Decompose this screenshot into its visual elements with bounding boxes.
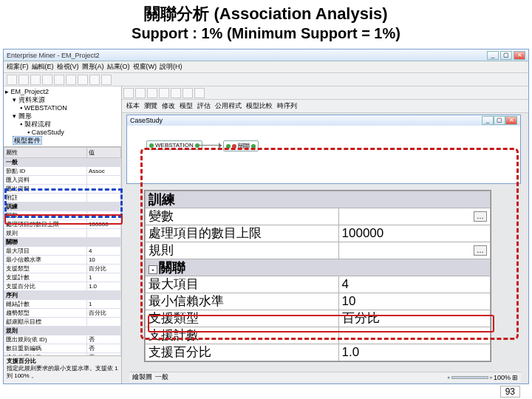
tool-icon[interactable]: [101, 75, 112, 85]
tab-assess[interactable]: 評估: [197, 101, 211, 111]
inner-maximize[interactable]: ▢: [494, 116, 505, 125]
zoom-out-icon[interactable]: ▫: [448, 374, 450, 381]
inner-minimize[interactable]: _: [482, 116, 494, 125]
node-assoc[interactable]: 關聯: [223, 140, 259, 151]
process-tabs: 樣本 瀏覽 修改 模型 評估 公用程式 模型比較 時序列: [122, 100, 528, 113]
right-column: 樣本 瀏覽 修改 模型 評估 公用程式 模型比較 時序列 CaseStudy _…: [122, 86, 528, 383]
tool-icon[interactable]: [171, 88, 181, 98]
right-toolbar: [122, 86, 528, 100]
property-grid[interactable]: 屬性值 一般 節點 IDAssoc 匯入資料 匯出資料 附註 訓練 變數 處理項…: [4, 147, 121, 355]
inner-window-title: CaseStudy: [130, 117, 163, 124]
tool-icon[interactable]: [194, 88, 205, 98]
app-window: Enterprise Miner - EM_Project2 _ ▢ ✕ 檔案(…: [3, 49, 529, 384]
menu-view[interactable]: 檢視(V): [57, 62, 79, 72]
maximize-button[interactable]: ▢: [500, 51, 512, 60]
left-column: ▸ EM_Project2 ▾ 資料來源 ▪ WEBSTATION ▾ 圖形 ▪…: [4, 86, 122, 383]
menu-help[interactable]: 說明(H): [160, 62, 183, 72]
menu-window[interactable]: 視窗(W): [133, 62, 157, 72]
collapse-icon[interactable]: -: [149, 265, 157, 274]
window-title: Enterprise Miner - EM_Project2: [7, 52, 487, 59]
status-dropdown[interactable]: 一般: [155, 372, 168, 382]
tool-icon[interactable]: [66, 75, 76, 85]
tab-modify[interactable]: 修改: [162, 101, 175, 111]
row-support-pct-label: 支援百分比: [146, 344, 339, 361]
propfoot-label: 支援百分比: [7, 358, 36, 364]
menu-result[interactable]: 結果(O): [107, 62, 130, 72]
tool-icon[interactable]: [135, 88, 146, 98]
tree-selected: 模型套件: [13, 136, 42, 145]
tool-icon[interactable]: [18, 75, 29, 85]
menu-graph[interactable]: 圖形(A): [82, 62, 104, 72]
menu-file[interactable]: 檔案(F): [7, 62, 29, 72]
propfoot-desc: 指定此規則要求的最小支援水準。支援依 1 到 100% 。: [7, 365, 118, 379]
tool-icon[interactable]: [123, 88, 134, 98]
diagram-window: CaseStudy _ ▢ ✕ WEBSTATION 關聯: [126, 115, 521, 184]
node-data-source[interactable]: WEBSTATION: [146, 140, 202, 150]
ellipsis-button[interactable]: …: [474, 211, 487, 222]
tab-explore[interactable]: 瀏覽: [144, 101, 157, 111]
main-toolbar: [4, 73, 528, 86]
tool-icon[interactable]: [159, 88, 169, 98]
close-button[interactable]: ✕: [514, 51, 525, 60]
slide-title: 關聯分析 (Association Analysis) Support : 1%…: [0, 0, 532, 44]
zoom-fit-icon[interactable]: ⊞: [512, 374, 518, 381]
tab-timeseries[interactable]: 時序列: [277, 101, 297, 111]
tab-compare[interactable]: 模型比較: [246, 101, 273, 111]
slide-heading: 關聯分析 (Association Analysis): [0, 3, 532, 25]
tree-root: ▸ EM_Project2: [5, 88, 120, 96]
zoom-in-icon[interactable]: ▫: [490, 374, 492, 381]
property-footer: 支援百分比 指定此規則要求的最小支援水準。支援依 1 到 100% 。: [4, 355, 121, 383]
row-support-pct-value: 1.0: [338, 344, 490, 361]
edge-arrow-icon: [198, 145, 222, 146]
tool-icon[interactable]: [42, 75, 52, 85]
slide-subheading: Support : 1% (Minimum Support = 1%): [0, 25, 532, 42]
workspace: ▸ EM_Project2 ▾ 資料來源 ▪ WEBSTATION ▾ 圖形 ▪…: [4, 86, 528, 383]
menubar: 檔案(F) 編輯(E) 檢視(V) 圖形(A) 結果(O) 視窗(W) 說明(H…: [4, 61, 528, 73]
status-bar: 繪製圖 一般 ▫ ▫ 100% ⊞: [129, 372, 521, 382]
tool-icon[interactable]: [54, 75, 64, 85]
tab-model[interactable]: 模型: [180, 101, 193, 111]
ellipsis-button[interactable]: …: [474, 245, 487, 256]
tab-sample[interactable]: 樣本: [126, 101, 140, 111]
tool-icon[interactable]: [78, 75, 88, 85]
zoom-slider[interactable]: [451, 376, 488, 379]
tool-icon[interactable]: [183, 88, 193, 98]
enlarged-property-panel: 訓練 變數… 處理項目的數目上限100000 規則… -關聯 最大項目4 最小信…: [144, 190, 491, 362]
section-train: 訓練: [146, 191, 491, 208]
status-left: 繪製圖: [132, 372, 152, 382]
tool-icon[interactable]: [7, 75, 17, 85]
minimize-button[interactable]: _: [487, 51, 499, 60]
titlebar: Enterprise Miner - EM_Project2 _ ▢ ✕: [4, 50, 528, 61]
tab-utility[interactable]: 公用程式: [215, 101, 242, 111]
tool-icon[interactable]: [147, 88, 157, 98]
tool-icon[interactable]: [30, 75, 41, 85]
zoom-level: 100%: [494, 374, 511, 381]
process-flow-canvas[interactable]: WEBSTATION 關聯: [127, 126, 520, 183]
project-tree[interactable]: ▸ EM_Project2 ▾ 資料來源 ▪ WEBSTATION ▾ 圖形 ▪…: [4, 86, 121, 147]
tool-icon[interactable]: [89, 75, 100, 85]
section-assoc: 關聯: [159, 260, 185, 275]
canvas-area: CaseStudy _ ▢ ✕ WEBSTATION 關聯 訓: [122, 113, 528, 383]
page-number: 93: [500, 386, 520, 398]
menu-edit[interactable]: 編輯(E): [32, 62, 54, 72]
inner-close[interactable]: ✕: [505, 116, 517, 125]
